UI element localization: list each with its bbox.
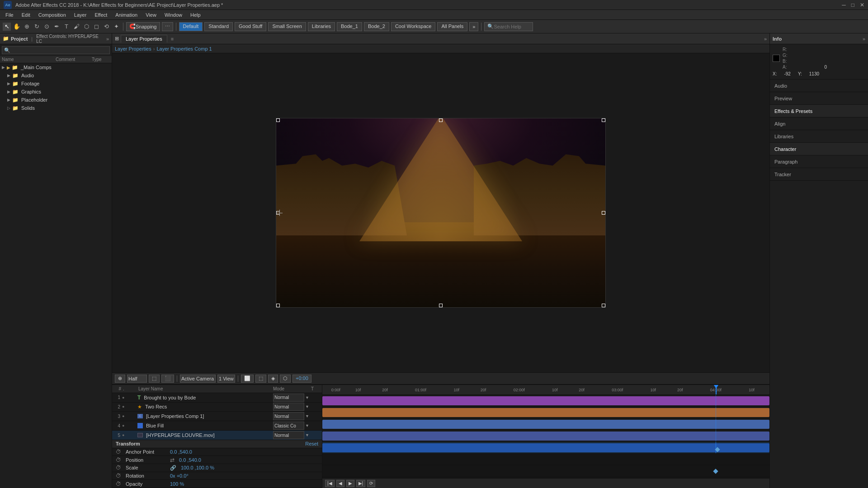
menu-window[interactable]: Window <box>161 11 186 19</box>
handle-bot-mid[interactable] <box>439 304 443 307</box>
stopwatch-scale[interactable]: ⏱ <box>116 465 122 471</box>
audio-section[interactable]: Audio <box>770 80 868 92</box>
comp-panel-expand[interactable]: » <box>764 36 767 42</box>
libraries-section[interactable]: Libraries <box>770 130 868 143</box>
region-of-interest-btn[interactable]: ⬜ <box>241 375 254 383</box>
tool-select[interactable]: ↖ <box>3 23 11 31</box>
handle-top-mid[interactable] <box>439 118 443 122</box>
camera-select[interactable]: Active Camera <box>180 375 216 383</box>
tool-puppet[interactable]: ✦ <box>112 23 120 31</box>
snapping-toggle[interactable]: 🧲 Snapping <box>126 22 160 31</box>
menu-file[interactable]: File <box>2 11 17 19</box>
handle-top-left[interactable] <box>276 118 280 122</box>
align-section[interactable]: Align <box>770 117 868 130</box>
visibility-icon-2[interactable]: ● <box>122 404 124 409</box>
layer-mode-select-5[interactable]: Normal <box>273 431 304 439</box>
tool-camera-orbit[interactable]: ⊙ <box>42 23 51 31</box>
view-select[interactable]: 1 View <box>217 375 235 383</box>
character-section[interactable]: Character <box>770 143 868 155</box>
tool-rotate[interactable]: ↻ <box>33 23 41 31</box>
layer-row-1[interactable]: 1 ● T Brought to you by Bode Normal ▼ <box>112 393 322 403</box>
3d-view-btn[interactable]: ◈ <box>268 375 278 383</box>
menu-layer[interactable]: Layer <box>71 11 90 19</box>
menu-help[interactable]: Help <box>187 11 204 19</box>
quality-select[interactable]: Half Full Third Quarter <box>127 375 147 383</box>
keyframe-anchor[interactable] <box>713 469 718 474</box>
tool-pen[interactable]: ✒ <box>52 23 61 31</box>
track-row-4[interactable] <box>322 430 769 442</box>
time-offset-btn[interactable]: +0:00 <box>292 375 311 383</box>
tool-roto[interactable]: ⟲ <box>102 23 110 31</box>
stopwatch-anchor[interactable]: ⏱ <box>116 449 122 455</box>
effects-presets-section[interactable]: Effects & Presets <box>770 105 868 117</box>
search-help-btn[interactable]: 🔍 <box>484 22 533 31</box>
tool-text[interactable]: T <box>62 23 71 31</box>
workspace-all-panels[interactable]: All Panels <box>437 22 467 31</box>
minimize-btn[interactable]: ─ <box>842 2 846 8</box>
workspace-libraries[interactable]: Libraries <box>308 22 335 31</box>
panel-expand-arrow[interactable]: » <box>106 36 109 42</box>
stopwatch-position[interactable]: ⏱ <box>116 457 122 463</box>
comp-panel-menu-icon[interactable]: ≡ <box>171 36 174 42</box>
handle-bot-right[interactable] <box>602 304 605 307</box>
track-row-position[interactable] <box>322 477 769 478</box>
project-item-footage[interactable]: ▶ 📁 Footage <box>0 80 112 88</box>
search-help-input[interactable] <box>494 24 530 29</box>
workspace-more-btn[interactable]: » <box>469 22 478 31</box>
opacity-value[interactable]: 100 % <box>170 481 184 487</box>
project-item-graphics[interactable]: ▶ 📁 Graphics <box>0 88 112 96</box>
breadcrumb-layer-properties[interactable]: Layer Properties <box>115 46 151 52</box>
tool-hand[interactable]: ✋ <box>13 23 21 31</box>
goto-start-btn[interactable]: |◀ <box>325 480 335 487</box>
viewport-canvas[interactable] <box>276 118 606 308</box>
project-item-placeholder[interactable]: ▶ 📁 Placeholder <box>0 96 112 104</box>
transparency-grid-btn[interactable]: ⬚ <box>255 375 266 383</box>
anchor-point-handle[interactable] <box>276 210 283 216</box>
right-panel-expand[interactable]: » <box>863 36 865 42</box>
close-btn[interactable]: ✕ <box>860 2 864 8</box>
tracker-section[interactable]: Tracker <box>770 168 868 181</box>
paragraph-section[interactable]: Paragraph <box>770 155 868 168</box>
next-frame-btn[interactable]: ▶| <box>356 480 366 487</box>
breadcrumb-comp1[interactable]: Layer Properties Comp 1 <box>156 46 212 52</box>
layer-mode-select-1[interactable]: Normal <box>273 394 304 402</box>
workspace-small-screen[interactable]: Small Screen <box>268 22 306 31</box>
prev-frame-btn[interactable]: ◀ <box>336 480 344 487</box>
zoom-to-fit-btn[interactable]: ⊕ <box>115 375 125 383</box>
visibility-icon-3[interactable]: ● <box>122 414 124 418</box>
layer-row-2[interactable]: 2 ● ★ Two Recs Normal ▼ <box>112 403 322 412</box>
transform-reset-btn[interactable]: Reset <box>305 441 318 446</box>
layer-mode-select-4[interactable]: Classic Co Normal <box>273 422 304 430</box>
project-item-audio[interactable]: ▶ 📁 Audio <box>0 71 112 80</box>
layer-row-4[interactable]: 4 ● Blue Fill Classic Co Normal ▼ <box>112 421 322 431</box>
workspace-standard[interactable]: Standard <box>204 22 233 31</box>
project-item-solids[interactable]: ▷ 📁 Solids <box>0 104 112 112</box>
maximize-btn[interactable]: □ <box>851 2 854 8</box>
timeline-playhead[interactable] <box>716 385 717 394</box>
track-row-1[interactable] <box>322 395 769 407</box>
comp-tab-layer-properties[interactable]: Layer Properties <box>121 35 167 43</box>
loop-btn[interactable]: ⟳ <box>367 480 375 487</box>
handle-mid-right[interactable] <box>602 211 605 215</box>
tool-stamp[interactable]: ⬡ <box>82 23 90 31</box>
menu-edit[interactable]: Edit <box>18 11 34 19</box>
scale-value[interactable]: 100.0 ,100.0 % <box>181 465 214 470</box>
layer-mode-select-3[interactable]: Normal <box>273 412 304 420</box>
snap-options-btn[interactable]: ⋯ <box>162 22 173 31</box>
workspace-bode1[interactable]: Bode_1 <box>337 22 362 31</box>
tool-brush[interactable]: 🖌 <box>72 23 80 31</box>
layer-row-3[interactable]: 3 ● C [Layer Properties Comp 1] Normal ▼ <box>112 412 322 421</box>
track-row-5[interactable] <box>322 442 769 454</box>
project-search-input[interactable] <box>2 46 110 54</box>
stopwatch-rotation[interactable]: ⏱ <box>116 473 122 479</box>
workspace-default[interactable]: Default <box>179 22 203 31</box>
snap-3d-btn[interactable]: ⬡ <box>280 375 291 383</box>
frame-btn[interactable]: ⬚ <box>149 375 160 383</box>
track-row-anchor[interactable] <box>322 465 769 477</box>
anchor-point-value[interactable]: 0.0 ,540.0 <box>170 449 192 455</box>
handle-bot-left[interactable] <box>276 304 280 307</box>
workspace-cool[interactable]: Cool Workspace <box>391 22 436 31</box>
play-btn[interactable]: ▶ <box>346 480 354 487</box>
workspace-bode2[interactable]: Bode_2 <box>364 22 389 31</box>
menu-view[interactable]: View <box>142 11 160 19</box>
